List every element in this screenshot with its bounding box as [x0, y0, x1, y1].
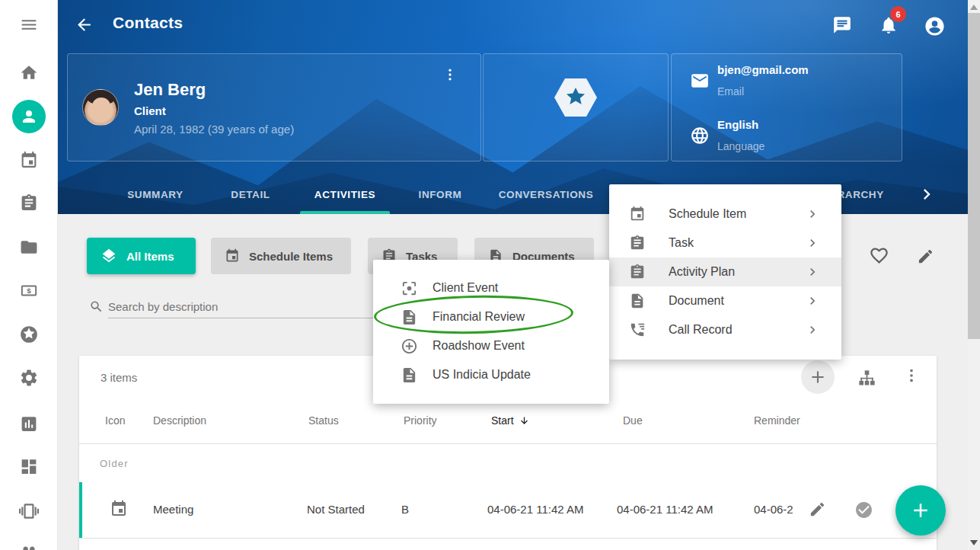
billing-dollar-icon[interactable]: $: [19, 281, 38, 300]
cell-due: 04-06-21 11:42 AM: [617, 503, 713, 516]
column-icon[interactable]: Icon: [105, 414, 125, 427]
globe-icon: [690, 126, 710, 145]
tasks-clipboard-icon[interactable]: [19, 193, 38, 213]
menu-icon[interactable]: [19, 15, 38, 34]
cell-status: Not Started: [307, 503, 365, 516]
scrollbar-up-arrow[interactable]: [970, 5, 978, 10]
chevron-right-icon: [805, 322, 820, 337]
tab-inform[interactable]: INFORM: [408, 174, 472, 214]
clipboard-icon: [629, 235, 646, 251]
home-icon[interactable]: [19, 63, 38, 82]
sort-desc-icon: [519, 415, 530, 427]
calendar-icon: [225, 248, 240, 264]
search-icon: [89, 299, 104, 314]
add-item-button[interactable]: [801, 360, 835, 394]
contacts-person-icon: [20, 107, 38, 126]
edit-pencil-icon[interactable]: [917, 248, 934, 265]
cell-description: Meeting: [153, 503, 193, 516]
chat-icon[interactable]: [832, 15, 852, 35]
people-icon[interactable]: [19, 542, 39, 550]
submenu-item-client-event[interactable]: Client Event: [373, 273, 609, 302]
row-complete-check-icon[interactable]: [854, 500, 873, 520]
info-card: bjen@gmail.com Email English Language: [671, 53, 902, 161]
tab-summary[interactable]: SUMMARY: [119, 174, 192, 214]
tabs-scroll-chevron-icon[interactable]: [916, 184, 937, 205]
group-label: Older: [100, 458, 129, 469]
add-activity-context-menu: Schedule Item Task Activity Plan Documen…: [609, 184, 841, 360]
submenu-item-label: Financial Review: [433, 310, 525, 324]
contact-name: Jen Berg: [134, 80, 206, 100]
settings-gear-icon[interactable]: [19, 368, 39, 388]
avatar: [82, 89, 119, 126]
reports-chart-icon[interactable]: [19, 414, 38, 433]
menu-item-task[interactable]: Task: [609, 229, 841, 257]
svg-text:$: $: [27, 286, 31, 295]
hexagon-star-icon: [553, 77, 599, 118]
list-kebab-menu-icon[interactable]: [903, 367, 920, 384]
vibration-icon[interactable]: [19, 501, 39, 521]
column-priority[interactable]: Priority: [404, 414, 437, 427]
group-row-older: Older: [79, 444, 937, 482]
cell-priority: B: [401, 503, 409, 516]
chevron-right-icon: [805, 264, 820, 280]
scrollbar-thumb[interactable]: [968, 13, 980, 339]
table-header-row: Icon Description Status Priority Start D…: [79, 400, 937, 444]
activity-plan-submenu: Client Event Financial Review Roadshow E…: [373, 260, 609, 404]
document-icon: [401, 309, 418, 326]
dashboard-icon[interactable]: [19, 457, 38, 476]
email-icon: [690, 71, 710, 91]
clipboard-icon: [629, 264, 646, 280]
page-scrollbar[interactable]: [968, 0, 980, 550]
chevron-right-icon: [805, 206, 820, 222]
column-start-sorted[interactable]: Start: [491, 414, 530, 427]
account-icon[interactable]: [924, 15, 946, 37]
contact-birthdate: April 28, 1982 (39 years of age): [134, 123, 294, 136]
document-icon: [401, 366, 418, 384]
menu-item-label: Activity Plan: [669, 265, 735, 279]
filter-all-items-button[interactable]: All Items: [87, 238, 196, 274]
menu-item-call-record[interactable]: Call Record: [609, 315, 841, 344]
badge-card: [483, 53, 669, 161]
calendar-icon[interactable]: [19, 151, 38, 170]
submenu-item-label: US Indicia Update: [433, 368, 531, 382]
submenu-item-roadshow-event[interactable]: Roadshow Event: [373, 331, 609, 360]
scrollbar-down-arrow[interactable]: [970, 540, 978, 545]
calendar-icon: [629, 206, 646, 222]
chevron-right-icon: [805, 235, 820, 251]
chevron-right-icon: [805, 293, 820, 309]
menu-item-activity-plan[interactable]: Activity Plan: [609, 257, 841, 286]
filter-schedule-items-label: Schedule Items: [249, 250, 333, 263]
column-reminder[interactable]: Reminder: [754, 414, 800, 427]
sidebar-item-contacts-active[interactable]: [12, 100, 46, 133]
tab-detail[interactable]: DETAIL: [222, 174, 279, 214]
folder-icon[interactable]: [19, 238, 38, 257]
column-due[interactable]: Due: [623, 414, 643, 427]
submenu-item-label: Roadshow Event: [433, 339, 525, 353]
menu-item-label: Task: [669, 236, 694, 250]
card-kebab-menu-icon[interactable]: [442, 67, 458, 82]
column-description[interactable]: Description: [153, 414, 206, 427]
items-count: 3 items: [101, 371, 137, 384]
filter-schedule-items-button[interactable]: Schedule Items: [211, 238, 351, 274]
submenu-item-us-indicia-update[interactable]: US Indicia Update: [373, 360, 609, 389]
menu-item-schedule-item[interactable]: Schedule Item: [609, 200, 841, 229]
table-row[interactable]: Meeting Not Started B 04-06-21 11:42 AM …: [79, 482, 937, 539]
hierarchy-view-icon[interactable]: [857, 368, 877, 389]
column-status[interactable]: Status: [308, 414, 339, 427]
calendar-icon: [110, 500, 128, 518]
plus-icon: [909, 499, 932, 522]
submenu-item-financial-review[interactable]: Financial Review: [373, 302, 609, 331]
fab-add-button[interactable]: [895, 485, 946, 536]
filter-all-items-label: All Items: [126, 250, 174, 263]
back-arrow-icon[interactable]: [75, 15, 94, 34]
row-edit-pencil-icon[interactable]: [809, 500, 826, 518]
tab-conversations[interactable]: CONVERSATIONS: [489, 174, 603, 214]
plus-circle-icon: [401, 337, 418, 355]
favorite-heart-icon[interactable]: [869, 245, 889, 266]
profile-card: Jen Berg Client April 28, 1982 (39 years…: [67, 53, 481, 161]
favorites-star-icon[interactable]: [19, 325, 39, 344]
menu-item-document[interactable]: Document: [609, 286, 841, 315]
tab-activities[interactable]: ACTIVITIES: [300, 174, 390, 214]
app-sidebar: $: [0, 0, 58, 550]
contact-email: bjen@gmail.com: [717, 63, 809, 76]
